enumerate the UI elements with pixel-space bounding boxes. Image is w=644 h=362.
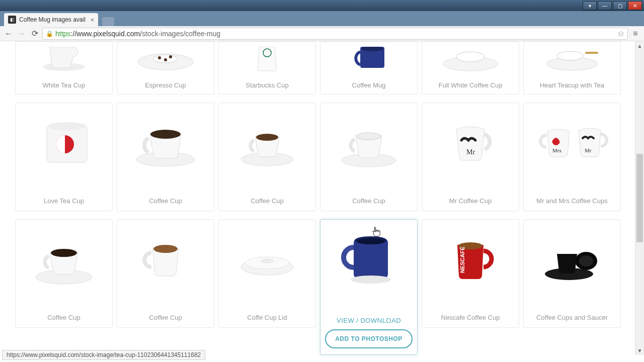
product-card[interactable]: Heart Teacup with Tea [523,41,621,95]
scroll-track[interactable] [635,50,644,346]
product-thumb [26,228,102,288]
product-card[interactable]: Coffee Mug [320,41,418,95]
product-label: Coffee Cup [251,197,284,205]
vertical-scrollbar[interactable]: ▲ ▼ [635,41,644,355]
bookmark-icon[interactable]: ☆ [617,29,624,38]
product-label: Mr Coffee Cup [449,197,492,205]
svg-point-5 [169,55,172,58]
product-label: Coffe Cup Lid [247,314,287,321]
product-thumb [331,44,407,74]
maximize-button[interactable]: ▢ [613,1,627,10]
product-card[interactable]: MrsMr Mr and Mrs Coffee Cups [523,103,621,211]
product-card[interactable]: Coffee Cup [15,219,113,328]
svg-text:Mrs: Mrs [552,147,561,153]
product-card[interactable]: Coffe Cup Lid [218,219,316,328]
svg-point-10 [456,52,485,62]
product-card[interactable]: Coffee Cup [218,103,316,211]
new-tab-button[interactable] [102,17,114,26]
url-host: ://www.pixelsquid.com [70,30,140,38]
product-card[interactable]: Mr Mr Coffee Cup [422,103,519,211]
svg-point-19 [256,134,278,141]
svg-rect-31 [354,239,388,278]
product-thumb [534,44,610,74]
svg-text:NESCAFÉ: NESCAFÉ [459,246,465,273]
product-label: Coffee Cups and Saucer [536,314,608,321]
browser-tab[interactable]: ◧ Coffee Mug images avail × [4,13,98,26]
svg-point-4 [164,58,167,61]
back-button[interactable]: ← [3,28,14,39]
product-card-hovered[interactable]: VIEW / DOWNLOAD ADD TO PHOTOSHOP [320,219,418,355]
product-thumb [128,111,203,171]
product-thumb [331,111,407,171]
product-card[interactable]: Coffee Cup [117,103,214,211]
svg-point-15 [48,122,86,130]
svg-point-33 [357,238,385,244]
window-titlebar: ▾ — ▢ ✕ [0,0,644,11]
product-label: Espresso Cup [145,81,186,89]
product-label: Heart Teacup with Tea [540,81,604,89]
reload-button[interactable]: ⟳ [29,28,40,39]
status-bar: https://www.pixelsquid.com/stock-image/t… [2,350,205,360]
product-thumb [534,228,610,288]
product-label: Starbucks Cup [246,81,288,89]
scroll-thumb[interactable] [636,154,643,242]
product-thumb [26,44,102,74]
svg-text:Mr: Mr [585,147,592,153]
svg-rect-13 [585,52,598,54]
dropdown-button[interactable]: ▾ [583,1,597,10]
close-tab-icon[interactable]: × [91,16,95,24]
address-bar[interactable]: 🔒 https ://www.pixelsquid.com /stock-ima… [42,28,628,40]
grid-row: White Tea Cup Espresso Cup Starbucks Cup… [0,41,635,95]
svg-point-26 [51,249,77,257]
product-label: Coffee Cup [47,314,80,321]
product-card[interactable]: Starbucks Cup [218,41,316,95]
menu-button[interactable]: ≡ [630,28,641,39]
product-card[interactable]: Love Tea Cup [15,103,113,211]
svg-point-30 [261,259,273,263]
hover-actions: VIEW / DOWNLOAD ADD TO PHOTOSHOP [325,317,413,348]
svg-point-12 [557,51,583,60]
svg-point-34 [351,276,391,284]
product-label: Mr and Mrs Coffee Cups [536,197,607,205]
minimize-button[interactable]: — [598,1,612,10]
product-label: Coffee Mug [352,81,386,89]
grid-row: Love Tea Cup Coffee Cup Coffee Cup Coffe… [0,103,635,211]
grid-row: Coffee Cup Coffee Cup Coffe Cup Lid VIEW… [0,219,635,355]
url-path: /stock-images/coffee-mug [140,30,220,38]
lock-icon: 🔒 [46,30,53,37]
svg-point-27 [153,245,178,253]
view-download-link[interactable]: VIEW / DOWNLOAD [337,317,401,324]
product-thumb [229,111,305,171]
product-card[interactable]: Coffee Cup [117,219,214,328]
product-label: Coffee Cup [149,314,182,321]
product-thumb: MrsMr [534,111,610,171]
tab-title: Coffee Mug images avail [19,16,86,23]
product-card[interactable]: Coffee Cup [320,103,418,211]
favicon-icon: ◧ [8,16,16,24]
product-card[interactable]: NESCAFÉ Nescafe Coffee Cup [422,219,519,328]
product-thumb [26,111,102,171]
product-label: Coffee Cup [149,197,182,205]
product-card[interactable]: White Tea Cup [15,41,113,95]
add-to-photoshop-button[interactable]: ADD TO PHOTOSHOP [325,329,413,348]
product-thumb [128,228,203,288]
scroll-up-icon[interactable]: ▲ [635,41,644,50]
product-label: Coffee Cup [352,197,385,205]
product-label: Nescafe Coffee Cup [441,314,500,321]
svg-text:Mr: Mr [466,148,475,156]
product-label: Love Tea Cup [44,197,84,205]
forward-button[interactable]: → [16,28,27,39]
product-card[interactable]: Espresso Cup [117,41,214,95]
product-card[interactable]: Coffee Cups and Saucer [523,219,621,328]
close-button[interactable]: ✕ [628,1,642,10]
product-thumb [331,228,407,288]
product-thumb [128,44,203,74]
svg-point-3 [158,56,161,59]
product-label: White Tea Cup [42,81,85,89]
product-thumb: NESCAFÉ [433,228,508,288]
product-card[interactable]: Full White Coffee Cup [422,41,519,95]
svg-point-17 [150,130,181,139]
toolbar: ← → ⟳ 🔒 https ://www.pixelsquid.com /sto… [0,26,644,41]
scroll-down-icon[interactable]: ▼ [635,346,644,355]
product-label: Full White Coffee Cup [439,81,503,89]
